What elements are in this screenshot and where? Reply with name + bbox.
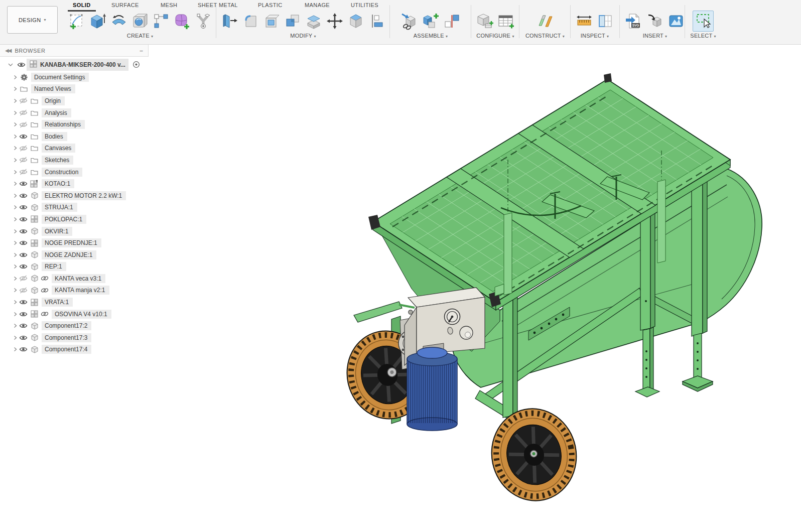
tab-surface[interactable]: SURFACE [111, 2, 139, 8]
tree-row[interactable]: REP:1 [0, 261, 149, 273]
tree-row[interactable]: NOGE ZADNJE:1 [0, 249, 149, 261]
tree-item-label[interactable]: OSOVINA V4 v10:1 [52, 310, 111, 319]
root-component-label[interactable]: KANABA-MIKSER-200-400 v... [40, 61, 125, 68]
tree-row[interactable]: ELEKTRO MOTOR 2.2 kW:1 [0, 190, 149, 202]
eye-icon[interactable] [18, 311, 29, 317]
eye-icon[interactable] [18, 252, 29, 258]
tree-row[interactable]: Sketches [0, 154, 149, 166]
expander-icon[interactable] [13, 122, 18, 127]
tab-mesh[interactable]: MESH [161, 2, 177, 8]
insert-derive-button[interactable] [645, 11, 665, 31]
eye-icon[interactable] [18, 216, 29, 222]
tree-item-label[interactable]: KANTA manja v2:1 [52, 286, 109, 295]
extrude-button[interactable] [88, 11, 108, 31]
tree-row[interactable]: KOTAO:1 [0, 178, 149, 190]
tab-plastic[interactable]: PLASTIC [258, 2, 283, 8]
tree-item-label[interactable]: Component17:2 [42, 321, 91, 330]
tree-row[interactable]: KANTA manja v2:1 [0, 285, 149, 297]
expander-icon[interactable] [13, 323, 18, 328]
tree-row[interactable]: NOGE PREDNJE:1 [0, 237, 149, 249]
tree-item-label[interactable]: POKLOPAC:1 [42, 215, 86, 224]
tree-item-label[interactable]: KOTAO:1 [42, 179, 74, 188]
eye-slash-icon[interactable] [18, 275, 29, 282]
configuration-table-button[interactable] [496, 11, 516, 31]
tree-item-label[interactable]: Component17:4 [42, 345, 91, 354]
expander-icon[interactable] [13, 288, 18, 293]
tab-utilities[interactable]: UTILITIES [351, 2, 378, 8]
tree-item-label[interactable]: Named Views [31, 84, 75, 93]
chamfer-button[interactable] [346, 11, 366, 31]
split-body-button[interactable] [304, 11, 324, 31]
eye-icon[interactable] [18, 299, 29, 305]
tree-row[interactable]: Bodies [0, 130, 149, 143]
expander-icon[interactable] [13, 193, 18, 198]
expander-icon[interactable] [13, 335, 18, 340]
expander-icon[interactable] [13, 75, 18, 80]
tree-item-label[interactable]: Sketches [42, 156, 73, 165]
tree-item-label[interactable]: OKVIR:1 [42, 227, 72, 236]
expander-icon[interactable] [13, 134, 18, 139]
create-group-label[interactable]: CREATE ▾ [127, 33, 154, 39]
design-workspace-dropdown[interactable]: DESIGN ▾ [7, 6, 58, 34]
tree-row[interactable]: Relationships [0, 118, 149, 130]
expander-icon[interactable] [13, 217, 18, 222]
tree-row[interactable]: KANTA veca v3:1 [0, 273, 149, 285]
tree-item-label[interactable]: Relationships [42, 120, 85, 129]
tree-item-label[interactable]: Origin [42, 96, 65, 105]
insert-link-button[interactable] [399, 11, 420, 31]
fillet-button[interactable] [240, 11, 260, 31]
tab-sheet-metal[interactable]: SHEET METAL [198, 2, 238, 8]
tree-root-row[interactable]: KANABA-MIKSER-200-400 v... [0, 58, 149, 71]
pattern-button[interactable] [151, 11, 171, 31]
section-analysis-button[interactable] [595, 11, 615, 31]
eye-icon[interactable] [16, 62, 27, 68]
eye-icon[interactable] [18, 204, 29, 210]
eye-slash-icon[interactable] [18, 121, 29, 128]
tree-row[interactable]: OSOVINA V4 v10:1 [0, 308, 149, 320]
expander-icon[interactable] [13, 347, 18, 352]
eye-slash-icon[interactable] [18, 145, 29, 152]
tree-row[interactable]: OKVIR:1 [0, 225, 149, 237]
expander-icon[interactable] [13, 181, 18, 186]
expander-icon[interactable] [13, 229, 18, 234]
create-sketch-button[interactable] [67, 11, 87, 31]
combine-button[interactable] [283, 11, 303, 31]
tree-row[interactable]: VRATA:1 [0, 296, 149, 308]
configuration-button[interactable] [475, 11, 495, 31]
construct-group-label[interactable]: CONSTRUCT ▾ [525, 33, 565, 39]
eye-icon[interactable] [18, 228, 29, 234]
tree-item-label[interactable]: KANTA veca v3:1 [52, 274, 105, 283]
eye-icon[interactable] [18, 335, 29, 341]
tree-item-label[interactable]: Analysis [42, 108, 71, 117]
eye-icon[interactable] [18, 134, 29, 140]
tree-item-label[interactable]: Construction [42, 168, 82, 177]
tree-row[interactable]: Canvases [0, 143, 149, 155]
move-copy-button[interactable] [325, 11, 345, 31]
joint-button[interactable] [442, 11, 462, 31]
inspect-group-label[interactable]: INSPECT ▾ [581, 33, 609, 39]
tree-item-label[interactable]: Document Settings [31, 73, 89, 82]
eye-icon[interactable] [18, 240, 29, 246]
expander-icon[interactable] [13, 312, 18, 317]
minimize-panel-icon[interactable]: – [140, 47, 143, 54]
eye-icon[interactable] [18, 323, 29, 329]
expander-icon[interactable] [13, 276, 18, 281]
tree-row[interactable]: STRUJA:1 [0, 202, 149, 214]
select-tool-button[interactable] [693, 11, 714, 32]
expander-icon[interactable] [13, 170, 18, 175]
eye-icon[interactable] [18, 193, 29, 199]
expander-icon[interactable] [13, 110, 18, 115]
hole-button[interactable] [130, 11, 150, 31]
eye-slash-icon[interactable] [18, 109, 29, 116]
tree-row[interactable]: Origin [0, 95, 149, 107]
activate-component-radio[interactable] [132, 61, 140, 68]
press-pull-button[interactable] [219, 11, 239, 31]
expander-icon[interactable] [13, 252, 18, 257]
tab-solid[interactable]: SOLID [73, 2, 91, 8]
eye-slash-icon[interactable] [18, 169, 29, 175]
insert-canvas-button[interactable] [666, 11, 686, 31]
expander-icon[interactable] [13, 146, 18, 151]
generative-part-button[interactable] [193, 11, 213, 31]
assemble-group-label[interactable]: ASSEMBLE ▾ [414, 33, 448, 39]
expander-icon[interactable] [13, 300, 18, 305]
